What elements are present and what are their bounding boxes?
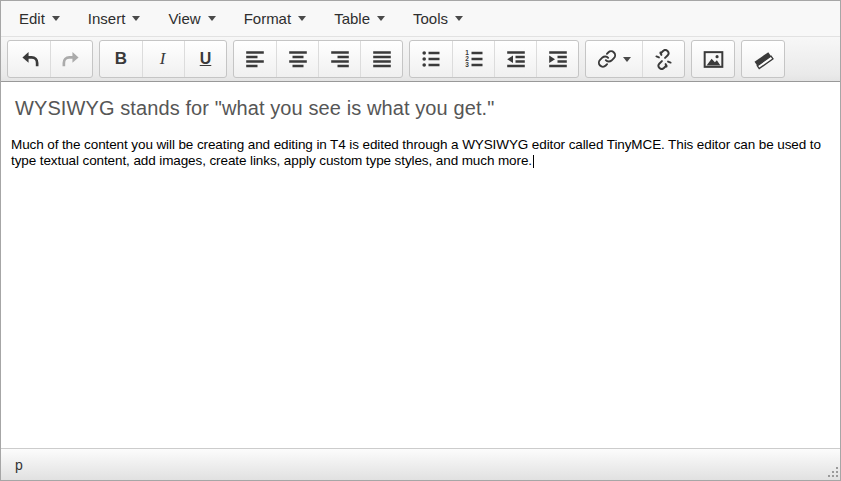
text-cursor [533,155,534,168]
bold-icon: B [115,49,127,69]
indent-icon [548,49,568,69]
align-right-button[interactable] [318,41,360,77]
align-left-icon [245,49,265,69]
insert-image-button[interactable] [692,41,734,77]
menu-table-label: Table [334,10,370,27]
remove-link-button[interactable] [642,41,684,77]
unlink-icon [653,49,674,70]
outdent-button[interactable] [494,41,536,77]
bold-button[interactable]: B [100,41,142,77]
history-group [7,40,93,78]
eraser-icon [753,49,774,70]
redo-button[interactable] [50,41,92,77]
status-bar: p [1,448,840,480]
menu-format-label: Format [244,10,292,27]
element-path[interactable]: p [15,457,23,473]
menu-tools[interactable]: Tools [399,1,477,36]
menu-tools-label: Tools [413,10,448,27]
redo-icon [61,49,82,70]
chevron-down-icon [298,16,306,21]
undo-button[interactable] [8,41,50,77]
align-center-button[interactable] [276,41,318,77]
menu-table[interactable]: Table [320,1,399,36]
align-justify-icon [372,49,392,69]
toolbar: B I U [1,37,840,82]
outdent-icon [506,49,526,69]
document-paragraph: Much of the content you will be creating… [11,137,830,169]
chevron-down-icon [377,16,385,21]
numbered-list-icon: 123 [464,49,484,69]
wysiwyg-editor: Edit Insert View Format Table Tools [0,0,841,481]
text-style-group: B I U [99,40,227,78]
document-heading: WYSIWYG stands for "what you see is what… [15,95,826,121]
menu-view-label: View [168,10,200,27]
list-indent-group: 123 [409,40,579,78]
image-group [691,40,735,78]
resize-grip-icon[interactable] [826,466,839,479]
italic-icon: I [160,49,168,69]
underline-icon: U [200,50,212,68]
align-right-icon [330,49,350,69]
menu-view[interactable]: View [154,1,229,36]
align-center-icon [288,49,308,69]
svg-text:3: 3 [465,61,469,68]
document-paragraph-text: Much of the content you will be creating… [11,137,821,168]
insert-link-button[interactable] [586,41,642,77]
alignment-group [233,40,403,78]
remove-format-group [741,40,785,78]
chevron-down-icon [208,16,216,21]
undo-icon [19,49,40,70]
chevron-down-icon [132,16,140,21]
align-justify-button[interactable] [360,41,402,77]
underline-button[interactable]: U [184,41,226,77]
link-icon [597,49,617,69]
menu-insert[interactable]: Insert [74,1,155,36]
link-group [585,40,685,78]
document-heading-text: WYSIWYG stands for "what you see is what… [15,97,494,119]
align-left-button[interactable] [234,41,276,77]
chevron-down-icon [52,16,60,21]
menu-bar: Edit Insert View Format Table Tools [1,1,840,37]
indent-button[interactable] [536,41,578,77]
menu-edit[interactable]: Edit [5,1,74,36]
menu-edit-label: Edit [19,10,45,27]
remove-format-button[interactable] [742,41,784,77]
bullet-list-icon [421,49,441,69]
menu-format[interactable]: Format [230,1,321,36]
content-area[interactable]: WYSIWYG stands for "what you see is what… [1,82,840,448]
italic-button[interactable]: I [142,41,184,77]
menu-insert-label: Insert [88,10,126,27]
numbered-list-button[interactable]: 123 [452,41,494,77]
chevron-down-icon [623,57,631,62]
bullet-list-button[interactable] [410,41,452,77]
image-icon [703,49,724,70]
chevron-down-icon [455,16,463,21]
